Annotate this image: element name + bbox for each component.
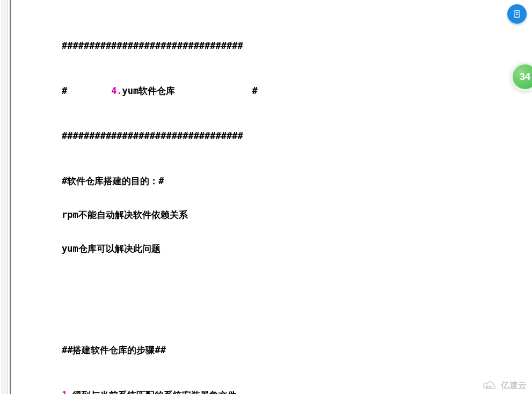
svg-point-3 [486, 385, 488, 387]
document-content: ################################# # 4.yu… [62, 6, 470, 394]
purpose-line-2: yum仓库可以解决此问题 [62, 243, 470, 254]
cloud-icon [482, 381, 498, 390]
left-scrollbar[interactable] [2, 0, 8, 394]
purpose-header: #软件仓库搭建的目的：# [62, 176, 470, 187]
watermark-text: 亿速云 [501, 380, 527, 391]
watermark: 亿速云 [482, 380, 527, 391]
note-icon [512, 9, 522, 19]
title-line: # 4.yum软件仓库 # [62, 85, 470, 97]
hash-border-top: ################################# [62, 40, 470, 52]
score-value: 34 [520, 71, 530, 83]
step-1: 1.得到与当前系统匹配的系统安装景象文件 [62, 390, 470, 394]
steps-header: ##搭建软件仓库的步骤## [62, 345, 470, 356]
content-left-edge [0, 0, 11, 394]
purpose-line-1: rpm不能自动解决软件依赖关系 [62, 209, 470, 221]
note-fab[interactable] [507, 4, 527, 24]
score-badge[interactable]: 34 [511, 62, 532, 91]
section-number: 4. [111, 85, 122, 96]
svg-point-4 [490, 385, 491, 387]
hash-border-bottom: ################################# [62, 130, 470, 142]
